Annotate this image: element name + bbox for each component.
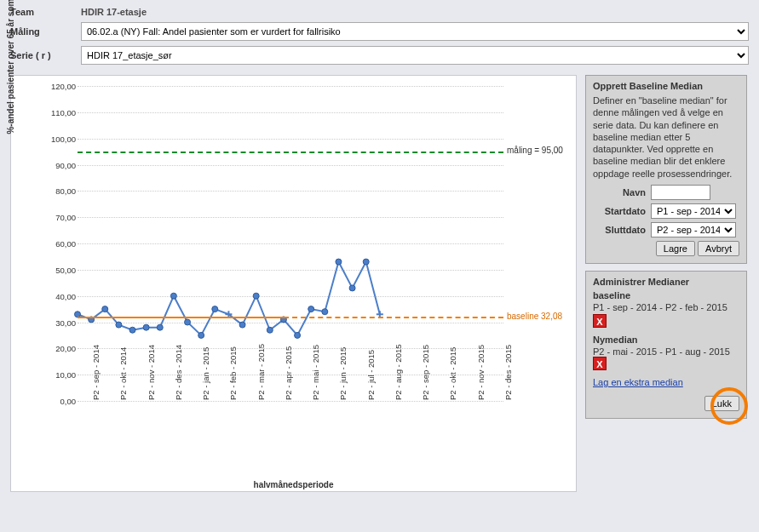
name-input[interactable] bbox=[651, 185, 710, 200]
x-tick-label: P2 - feb - 2015 bbox=[228, 346, 238, 400]
x-tick-label: P2 - nov - 2014 bbox=[147, 345, 156, 400]
measure-label: Måling bbox=[10, 26, 66, 37]
x-tick-label: P2 - sep - 2015 bbox=[421, 345, 430, 400]
series-select[interactable]: HDIR 17_etasje_sør bbox=[81, 46, 749, 65]
baseline-panel-title: Opprett Baseline Median bbox=[593, 81, 739, 91]
x-tick-label: P2 - des - 2014 bbox=[174, 345, 183, 400]
x-tick-label: P2 - jul - 2015 bbox=[366, 350, 376, 400]
y-tick-label: 10,00 bbox=[42, 370, 76, 380]
delete-median-icon[interactable]: X bbox=[593, 357, 607, 370]
gridline bbox=[78, 401, 503, 402]
y-tick-label: 110,00 bbox=[42, 107, 76, 117]
svg-point-20 bbox=[336, 259, 342, 265]
y-tick-label: 30,00 bbox=[42, 317, 76, 327]
x-tick-label: P2 - okt - 2014 bbox=[118, 347, 128, 400]
y-tick-label: 120,00 bbox=[42, 82, 76, 91]
y-tick-label: 60,00 bbox=[42, 239, 76, 249]
median-range: P2 - mai - 2015 - P1 - aug - 2015 X bbox=[593, 346, 739, 370]
x-tick-label: P2 - apr - 2015 bbox=[284, 346, 293, 400]
medians-panel: Administrer Medianer baseline P1 - sep -… bbox=[585, 271, 747, 419]
add-median-link[interactable]: Lag en ekstra median bbox=[593, 377, 683, 387]
svg-point-7 bbox=[170, 293, 176, 299]
median-name: Nymedian bbox=[593, 335, 739, 345]
cancel-button[interactable]: Avbryt bbox=[698, 241, 739, 256]
svg-point-6 bbox=[157, 324, 163, 330]
team-value: HDIR 17-etasje bbox=[81, 7, 147, 17]
svg-point-21 bbox=[349, 285, 355, 291]
svg-point-10 bbox=[212, 306, 218, 312]
y-tick-label: 70,00 bbox=[42, 213, 76, 222]
y-tick-label: 0,00 bbox=[42, 397, 76, 406]
svg-point-2 bbox=[102, 306, 108, 312]
name-field-label: Navn bbox=[593, 187, 646, 197]
enddate-select[interactable]: P2 - sep - 2014 bbox=[651, 222, 736, 237]
enddate-label: Sluttdato bbox=[593, 225, 646, 235]
chart-container: %-andel pasienter over 65 år som er vurd… bbox=[10, 75, 577, 492]
team-label: Team bbox=[10, 7, 66, 17]
svg-point-15 bbox=[267, 327, 273, 333]
svg-point-14 bbox=[253, 293, 259, 299]
save-button[interactable]: Lagre bbox=[656, 241, 695, 256]
y-tick-label: 40,00 bbox=[42, 291, 76, 300]
svg-point-4 bbox=[129, 327, 135, 333]
x-tick-label: P2 - nov - 2015 bbox=[476, 345, 486, 400]
x-axis-label: halvmånedsperiode bbox=[254, 480, 334, 489]
svg-point-22 bbox=[363, 259, 369, 265]
baseline-line-label: baseline 32,08 bbox=[507, 312, 562, 321]
svg-point-5 bbox=[143, 324, 149, 330]
svg-point-18 bbox=[308, 306, 314, 312]
y-tick-label: 50,00 bbox=[42, 265, 76, 274]
svg-point-3 bbox=[116, 322, 122, 328]
x-tick-label: P2 - mar - 2015 bbox=[256, 344, 266, 400]
close-button[interactable]: Lukk bbox=[704, 396, 739, 411]
median-item: baseline P1 - sep - 2014 - P2 - feb - 20… bbox=[593, 290, 739, 328]
svg-point-19 bbox=[322, 309, 328, 315]
medians-panel-title: Administrer Medianer bbox=[593, 277, 739, 287]
y-tick-label: 90,00 bbox=[42, 160, 76, 169]
svg-point-9 bbox=[198, 332, 204, 338]
svg-point-8 bbox=[185, 319, 191, 325]
y-tick-label: 100,00 bbox=[42, 134, 76, 143]
baseline-panel-text: Definer en "baseline median" for denne m… bbox=[593, 94, 739, 180]
x-tick-label: P2 - sep - 2014 bbox=[91, 345, 101, 400]
startdate-label: Startdato bbox=[593, 206, 646, 216]
y-axis-label: %-andel pasienter over 65 år som er vurd… bbox=[6, 0, 15, 134]
startdate-select[interactable]: P1 - sep - 2014 bbox=[651, 203, 736, 219]
median-name: baseline bbox=[593, 290, 739, 300]
x-tick-label: P2 - jun - 2015 bbox=[338, 347, 348, 400]
x-tick-label: P2 - aug - 2015 bbox=[394, 345, 403, 401]
median-range: P1 - sep - 2014 - P2 - feb - 2015 bbox=[593, 302, 739, 312]
baseline-panel: Opprett Baseline Median Definer en "base… bbox=[585, 75, 747, 264]
target-line-label: måling = 95,00 bbox=[507, 146, 563, 155]
median-item: Nymedian P2 - mai - 2015 - P1 - aug - 20… bbox=[593, 335, 739, 370]
x-tick-label: P2 - mai - 2015 bbox=[311, 345, 320, 400]
y-tick-label: 80,00 bbox=[42, 186, 76, 196]
x-tick-label: P2 - des - 2015 bbox=[503, 345, 513, 400]
x-tick-label: P2 - jan - 2015 bbox=[201, 347, 210, 400]
measure-select[interactable]: 06.02.a (NY) Fall: Andel pasienter som e… bbox=[81, 22, 749, 41]
delete-median-icon[interactable]: X bbox=[593, 314, 607, 328]
x-tick-label: P2 - okt - 2015 bbox=[448, 347, 457, 400]
svg-point-17 bbox=[295, 332, 301, 338]
svg-point-13 bbox=[239, 322, 245, 328]
baseline-solid-line bbox=[78, 317, 286, 318]
y-tick-label: 20,00 bbox=[42, 344, 76, 353]
series-label: Serie ( r ) bbox=[10, 50, 66, 60]
